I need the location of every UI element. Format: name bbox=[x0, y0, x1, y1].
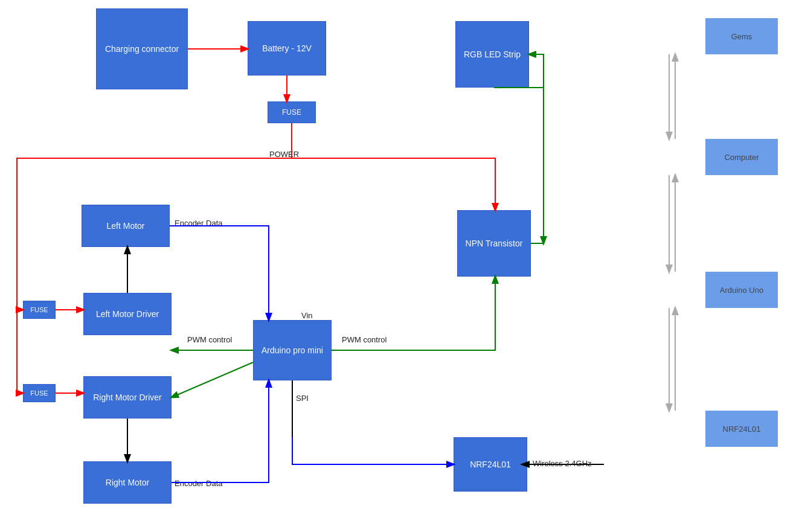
right-panel: Gems Computer Arduino Uno NRF24L01 bbox=[609, 0, 802, 532]
arduino-uno-label: Arduino Uno bbox=[720, 286, 763, 295]
svg-line-7 bbox=[172, 362, 253, 397]
fuse-left-label: FUSE bbox=[30, 306, 48, 313]
arduino-uno-block: Arduino Uno bbox=[705, 272, 778, 308]
arduino-label: Arduino pro mini bbox=[261, 345, 323, 355]
nrf24l01-label: NRF24L01 bbox=[470, 460, 511, 469]
nrf24l01-block: NRF24L01 bbox=[454, 437, 527, 492]
arduino-block: Arduino pro mini bbox=[253, 320, 332, 380]
wireless-label: Wireless 2.4GHz bbox=[533, 459, 592, 468]
pwm-left-label: PWM control bbox=[187, 335, 232, 344]
computer-block: Computer bbox=[705, 139, 778, 175]
npn-block: NPN Transistor bbox=[457, 210, 531, 277]
gems-label: Gems bbox=[731, 32, 752, 41]
left-motor-driver-label: Left Motor Driver bbox=[96, 309, 159, 319]
battery-block: Battery - 12V bbox=[248, 21, 326, 75]
spi-label: SPI bbox=[296, 394, 309, 403]
left-motor-driver-block: Left Motor Driver bbox=[83, 293, 172, 335]
encoder-right-label: Encoder Data bbox=[175, 479, 223, 488]
right-nrf24l01-label: NRF24L01 bbox=[723, 425, 761, 434]
pwm-right-label: PWM control bbox=[342, 335, 387, 344]
rgb-led-block: RGB LED Strip bbox=[455, 21, 529, 88]
right-motor-block: Right Motor bbox=[83, 461, 172, 504]
rgb-led-label: RGB LED Strip bbox=[464, 50, 521, 59]
fuse-top-block: FUSE bbox=[268, 101, 316, 123]
vin-label: Vin bbox=[301, 311, 313, 320]
fuse-right-label: FUSE bbox=[30, 389, 48, 397]
encoder-left-label: Encoder Data bbox=[175, 219, 223, 228]
gems-block: Gems bbox=[705, 18, 778, 54]
right-nrf24l01-block: NRF24L01 bbox=[705, 411, 778, 447]
fuse-left-block: FUSE bbox=[23, 301, 56, 319]
left-motor-block: Left Motor bbox=[82, 205, 170, 247]
left-motor-label: Left Motor bbox=[106, 221, 144, 231]
charging-connector-block: Charging connector bbox=[96, 8, 188, 89]
right-panel-arrows bbox=[609, 0, 802, 532]
right-motor-driver-block: Right Motor Driver bbox=[83, 376, 172, 418]
power-label: POWER bbox=[269, 150, 299, 159]
fuse-top-label: FUSE bbox=[282, 108, 301, 117]
charging-connector-label: Charging connector bbox=[105, 44, 179, 54]
battery-label: Battery - 12V bbox=[262, 43, 312, 53]
right-motor-driver-label: Right Motor Driver bbox=[93, 393, 162, 402]
fuse-right-block: FUSE bbox=[23, 384, 56, 402]
right-motor-label: Right Motor bbox=[106, 478, 149, 487]
computer-label: Computer bbox=[724, 153, 759, 162]
npn-label: NPN Transistor bbox=[466, 239, 523, 248]
